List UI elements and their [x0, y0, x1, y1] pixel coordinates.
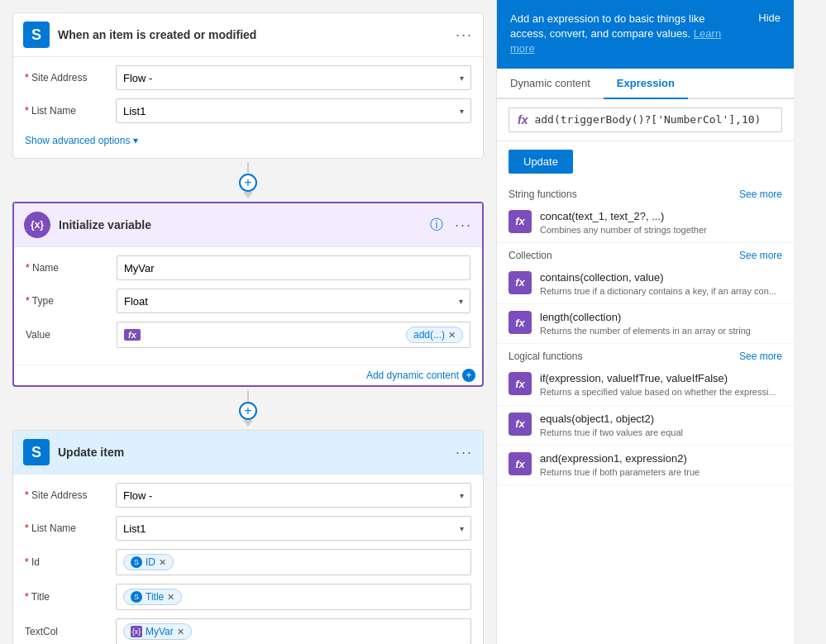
remove-fx-token[interactable]: ✕	[448, 330, 456, 341]
list-name-input[interactable]: List1 ▾	[116, 98, 471, 123]
site-address-chevron: ▾	[460, 74, 464, 83]
trigger-card-header: S When an item is created or modified ··…	[13, 13, 483, 57]
connector-arrow-2	[243, 420, 253, 427]
add-step-button-2[interactable]: +	[239, 402, 257, 420]
update-item-title: Update item	[58, 446, 447, 459]
fx-icon-and: fx	[508, 452, 532, 475]
title-token-icon: S	[131, 591, 142, 603]
myvar-token: {x} MyVar ✕	[123, 623, 192, 640]
right-panel-header-text: Add an expression to do basic things lik…	[510, 12, 742, 57]
var-name-label: Name	[26, 262, 108, 274]
collection-see-more[interactable]: See more	[739, 250, 782, 261]
right-panel-tabs: Dynamic content Expression	[497, 69, 794, 99]
expression-input-area: fx add(triggerBody()?['NumberCol'],10)	[497, 99, 794, 141]
update-title-label: Title	[25, 591, 107, 603]
connector-1: +	[12, 162, 484, 198]
add-step-button-1[interactable]: +	[239, 174, 257, 192]
function-concat-desc: Combines any number of strings together	[540, 224, 782, 236]
var-name-text-input[interactable]	[124, 262, 463, 274]
fx-icon-if: fx	[508, 372, 532, 395]
var-value-label: Value	[26, 329, 108, 341]
update-site-address-input[interactable]: Flow - ▾	[116, 483, 471, 508]
remove-title-token[interactable]: ✕	[167, 592, 174, 603]
connector-line-1	[247, 162, 249, 174]
update-site-address-label: Site Address	[25, 489, 107, 501]
site-address-input[interactable]: Flow - ▾	[116, 65, 471, 90]
update-sharepoint-icon: S	[23, 439, 50, 465]
var-value-input[interactable]: fx add(...) ✕	[117, 322, 470, 348]
update-textcol-input[interactable]: {x} MyVar ✕	[116, 618, 471, 644]
function-item-and[interactable]: fx and(expression1, expression2) Returns…	[497, 446, 794, 485]
fx-icon-equals: fx	[508, 413, 532, 436]
variable-icon: {x}	[24, 212, 50, 238]
update-list-name-input[interactable]: List1 ▾	[116, 516, 471, 541]
init-var-body: Name Type Float ▾ Value fx add(...)	[14, 247, 482, 365]
var-type-input[interactable]: Float ▾	[117, 289, 470, 313]
title-token: S Title ✕	[123, 589, 182, 605]
right-panel: Add an expression to do basic things lik…	[496, 0, 794, 644]
var-name-row: Name	[26, 255, 470, 280]
add-dynamic-content-row: Add dynamic content +	[14, 365, 482, 385]
functions-list: String functions See more fx concat(text…	[497, 182, 794, 644]
connector-line-2	[247, 390, 249, 402]
init-var-info-button[interactable]: ⓘ	[430, 217, 443, 234]
list-name-label: List Name	[25, 105, 107, 117]
init-var-header: {x} Initialize variable ⓘ ···	[14, 203, 482, 247]
function-length-name: length(collection)	[540, 311, 782, 323]
list-name-chevron: ▾	[460, 107, 464, 116]
function-item-equals[interactable]: fx equals(object1, object2) Returns true…	[497, 406, 794, 446]
expression-box[interactable]: fx add(triggerBody()?['NumberCol'],10)	[508, 107, 782, 132]
connector-arrow-1	[243, 192, 253, 198]
init-var-title: Initialize variable	[59, 218, 422, 231]
fx-expression-label: fx	[518, 113, 528, 126]
tab-expression[interactable]: Expression	[604, 69, 688, 99]
logical-functions-header: Logical functions See more	[497, 344, 794, 365]
update-site-chevron: ▾	[460, 491, 464, 500]
update-id-row: Id S ID ✕	[25, 549, 471, 575]
update-id-input[interactable]: S ID ✕	[116, 549, 471, 575]
remove-myvar-token[interactable]: ✕	[177, 627, 184, 637]
add-dynamic-content-button[interactable]: Add dynamic content +	[366, 369, 475, 382]
fx-token: add(...) ✕	[406, 327, 463, 343]
fx-badge: fx	[124, 329, 141, 341]
update-expression-button[interactable]: Update	[508, 150, 573, 174]
logical-functions-see-more[interactable]: See more	[739, 351, 782, 362]
function-item-if[interactable]: fx if(expression, valueIfTrue, valueIfFa…	[497, 365, 794, 405]
string-functions-header: String functions See more	[497, 182, 794, 203]
var-type-row: Type Float ▾	[26, 289, 470, 313]
trigger-card: S When an item is created or modified ··…	[12, 12, 484, 159]
myvar-token-icon: {x}	[131, 626, 142, 637]
collection-header: Collection See more	[497, 243, 794, 265]
hide-panel-button[interactable]: Hide	[758, 12, 781, 24]
site-address-row: Site Address Flow - ▾	[25, 65, 471, 90]
tab-dynamic-content[interactable]: Dynamic content	[497, 69, 604, 99]
var-name-input[interactable]	[117, 255, 470, 280]
fx-icon-concat: fx	[508, 210, 532, 233]
update-list-name-row: List Name List1 ▾	[25, 516, 471, 541]
update-item-card: S Update item ··· Site Address Flow - ▾ …	[12, 430, 484, 644]
trigger-menu-button[interactable]: ···	[456, 26, 473, 44]
update-title-input[interactable]: S Title ✕	[116, 584, 471, 610]
trigger-show-advanced-button[interactable]: Show advanced options ▾	[25, 131, 138, 150]
function-and-name: and(expression1, expression2)	[540, 452, 782, 465]
update-item-body: Site Address Flow - ▾ List Name List1 ▾ …	[13, 475, 483, 644]
id-token-icon: S	[131, 556, 142, 568]
update-item-header: S Update item ···	[13, 431, 483, 475]
var-value-row: Value fx add(...) ✕	[26, 322, 470, 348]
function-equals-desc: Returns true if two values are equal	[540, 427, 782, 438]
init-var-menu-button[interactable]: ···	[455, 217, 472, 234]
update-list-chevron: ▾	[460, 524, 464, 533]
function-item-contains[interactable]: fx contains(collection, value) Returns t…	[497, 265, 794, 304]
init-var-card: {x} Initialize variable ⓘ ··· Name Type …	[12, 202, 484, 387]
string-functions-see-more[interactable]: See more	[739, 188, 782, 200]
update-item-menu-button[interactable]: ···	[456, 444, 473, 461]
remove-id-token[interactable]: ✕	[159, 557, 166, 568]
function-item-length[interactable]: fx length(collection) Returns the number…	[497, 304, 794, 344]
function-item-concat[interactable]: fx concat(text_1, text_2?, ...) Combines…	[497, 203, 794, 243]
function-and-desc: Returns true if both parameters are true	[540, 466, 782, 478]
list-name-row: List Name List1 ▾	[25, 98, 471, 123]
chevron-down-icon: ▾	[133, 135, 138, 146]
sharepoint-icon: S	[23, 21, 50, 48]
function-length-desc: Returns the number of elements in an arr…	[540, 325, 782, 336]
update-list-name-label: List Name	[25, 522, 107, 534]
